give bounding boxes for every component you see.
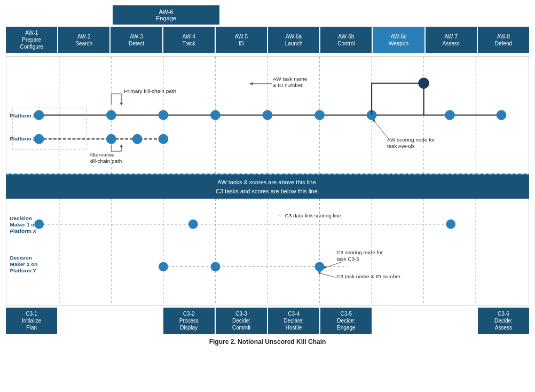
dm1-node-2	[188, 219, 198, 229]
aw-task-6b: AW-6bControl	[320, 27, 372, 53]
alt-path-label: Alternative	[90, 152, 115, 158]
svg-text:kill-chain path: kill-chain path	[90, 158, 122, 164]
svg-line-47	[320, 273, 336, 277]
c3-task-row: C3-1InitializePlan C3-2ProcessDisplay C3…	[6, 308, 529, 334]
p2-node-0	[34, 134, 44, 144]
dm1-node-1	[34, 219, 44, 229]
aw-task-8: AW-8Defend	[478, 27, 529, 53]
c3-scoring-label: C3 scoring node for	[336, 249, 383, 255]
aw-task-3: AW-3Detect	[111, 27, 162, 53]
svg-marker-48	[318, 271, 321, 275]
svg-marker-24	[249, 82, 253, 85]
svg-marker-16	[120, 103, 123, 106]
aw6c-node	[419, 78, 429, 89]
kill-chain-area: Platform 1 Platform 2	[6, 56, 529, 174]
aw-task-6a: AW-6aLaunch	[268, 27, 319, 53]
aw-task-4: AW-4Track	[163, 27, 215, 53]
c3-task-1: C3-1InitializePlan	[6, 308, 57, 334]
svg-marker-20	[120, 144, 123, 147]
c3-task-empty-1	[58, 308, 109, 334]
p1-node-2	[106, 111, 116, 120]
p1-node-3	[159, 111, 168, 120]
diagram-container: AW-6Engage AW-1PrepareConfigure AW-2Sear…	[6, 5, 529, 346]
svg-text:task AW-6b: task AW-6b	[387, 143, 414, 149]
aw-task-2: AW-2Search	[58, 27, 109, 53]
dm1-label: Decision	[10, 215, 32, 221]
p2-node-2	[106, 134, 116, 144]
svg-text:Maker 2 on: Maker 2 on	[10, 261, 37, 267]
c3-task-empty-3	[373, 308, 424, 334]
c3-task-empty-2	[111, 308, 162, 334]
c3-task-empty-4	[426, 308, 477, 334]
svg-text:Platform Y: Platform Y	[10, 268, 36, 273]
c3-5-node	[315, 262, 325, 271]
p2-node-2b	[132, 134, 142, 144]
platform2-label: Platform 2	[10, 136, 36, 142]
dm2-node-2	[211, 262, 221, 271]
aw-task-5: AW-5ID	[216, 27, 267, 53]
c3-data-link-label: ← C3 data link scoring line	[278, 213, 342, 218]
divider-bar: AW tasks & scores are above this line. C…	[6, 174, 529, 199]
p1-node-4	[210, 111, 220, 120]
aw-task-1: AW-1PrepareConfigure	[6, 27, 57, 53]
c3-task-5: C3-5Decide:Engage	[320, 308, 372, 334]
c3-task-4: C3-4Declare:Hostile	[268, 308, 319, 334]
figure-caption-bold: Figure 2.	[209, 338, 236, 346]
dm2-node-1	[159, 262, 168, 271]
aw-task-7: AW-7Assess	[426, 27, 477, 53]
p1-node-9	[497, 111, 506, 120]
c3-task-3: C3-3Decide:Commit	[216, 308, 267, 334]
svg-line-26	[374, 120, 389, 139]
p1-node-5	[263, 111, 272, 120]
primary-path-label: Primary kill-chain path	[124, 88, 176, 94]
divider-line1: AW tasks & scores are above this line.	[6, 178, 529, 187]
c3-task-6: C3-6Decide:Assess	[478, 308, 529, 334]
p1-node-8	[445, 111, 454, 120]
p1-node-6	[315, 111, 325, 120]
c3-area: Decision Maker 1 on Platform X Decision …	[6, 199, 529, 305]
c3-svg: Decision Maker 1 on Platform X Decision …	[6, 199, 529, 305]
divider-line2: C3 tasks and scores are below this line.	[6, 187, 529, 196]
svg-text:task C3-5: task C3-5	[336, 256, 359, 262]
svg-text:Platform X: Platform X	[10, 228, 36, 234]
dm1-node-3	[446, 219, 455, 229]
p2-node-3	[159, 134, 168, 144]
aw-task-row: AW-1PrepareConfigure AW-2Search AW-3Dete…	[6, 27, 529, 53]
aw6-engage-box: AW-6Engage	[113, 5, 219, 25]
dm2-label: Decision	[10, 255, 32, 261]
svg-text:Maker 1 on: Maker 1 on	[10, 222, 37, 228]
aw-task-name-label: AW task name	[273, 76, 308, 82]
aw-scoring-node-label: AW scoring node for	[387, 137, 435, 143]
c3-task-2: C3-2ProcessDisplay	[163, 308, 215, 334]
kill-chain-svg: Platform 1 Platform 2	[6, 57, 529, 174]
aw6-header-row: AW-6Engage	[6, 5, 529, 25]
c3-task-name-label: C3 task name & ID number	[336, 273, 401, 279]
figure-caption: Figure 2. Notional Unscored Kill Chain	[6, 338, 529, 346]
figure-caption-text: Notional Unscored Kill Chain	[236, 338, 326, 346]
svg-text:& ID number: & ID number	[273, 82, 303, 88]
aw-task-6c: AW-6cWeapon	[373, 27, 424, 53]
p1-node-0	[34, 111, 44, 120]
platform1-label: Platform 1	[10, 113, 36, 119]
